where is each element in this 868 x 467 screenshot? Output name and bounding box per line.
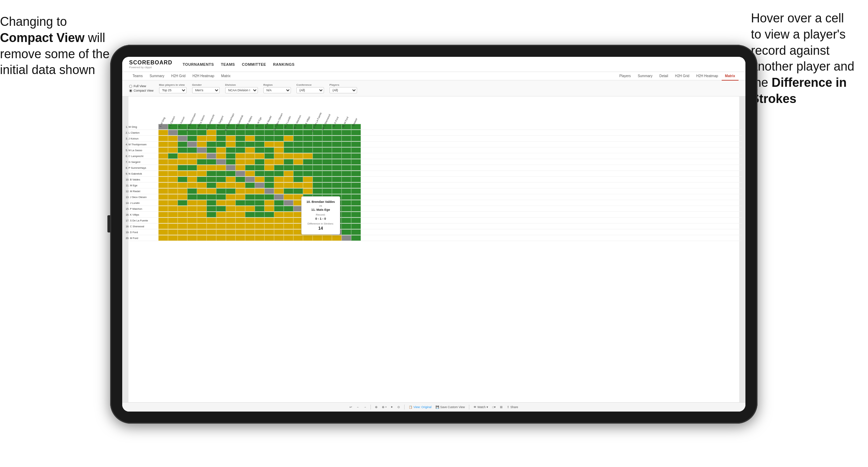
matrix-cell[interactable] xyxy=(342,212,351,217)
matrix-cell[interactable] xyxy=(303,147,313,153)
matrix-cell[interactable] xyxy=(178,229,187,235)
matrix-cell[interactable] xyxy=(274,142,284,147)
matrix-cell[interactable] xyxy=(342,159,351,165)
matrix-cell[interactable] xyxy=(207,165,216,170)
matrix-cell[interactable] xyxy=(284,188,293,194)
matrix-cell[interactable] xyxy=(255,130,264,135)
matrix-cell[interactable] xyxy=(178,159,187,165)
matrix-cell[interactable] xyxy=(293,165,303,170)
matrix-cell[interactable] xyxy=(226,224,236,229)
matrix-cell[interactable] xyxy=(303,165,313,170)
matrix-cell[interactable] xyxy=(236,183,245,188)
matrix-cell[interactable] xyxy=(351,136,361,141)
matrix-cell[interactable] xyxy=(255,153,264,159)
matrix-cell[interactable] xyxy=(255,136,264,141)
matrix-cell[interactable] xyxy=(168,183,178,188)
matrix-cell[interactable] xyxy=(178,188,187,194)
matrix-cell[interactable] xyxy=(264,153,274,159)
matrix-cell[interactable] xyxy=(226,212,236,217)
matrix-cell[interactable] xyxy=(255,183,264,188)
players-select[interactable]: (All) xyxy=(330,87,357,93)
matrix-cell[interactable] xyxy=(342,165,351,170)
matrix-cell[interactable] xyxy=(303,142,313,147)
matrix-cell[interactable] xyxy=(158,224,168,229)
matrix-cell[interactable] xyxy=(284,224,293,229)
matrix-cell[interactable] xyxy=(178,165,187,170)
matrix-cell[interactable] xyxy=(168,200,178,206)
matrix-cell[interactable] xyxy=(178,177,187,182)
conference-select[interactable]: (All) xyxy=(296,87,324,93)
matrix-cell[interactable] xyxy=(158,235,168,241)
matrix-cell[interactable] xyxy=(158,177,168,182)
matrix-cell[interactable] xyxy=(255,147,264,153)
toolbar-view-original[interactable]: 📋 View: Original xyxy=(409,405,431,409)
matrix-cell[interactable] xyxy=(332,136,342,141)
matrix-cell[interactable] xyxy=(216,224,226,229)
toolbar-star[interactable]: ✦ xyxy=(390,405,393,409)
matrix-cell[interactable] xyxy=(226,153,236,159)
matrix-cell[interactable] xyxy=(158,188,168,194)
matrix-cell[interactable] xyxy=(351,229,361,235)
matrix-cell[interactable] xyxy=(332,147,342,153)
matrix-cell[interactable] xyxy=(255,235,264,241)
radio-compact-view[interactable]: Compact View xyxy=(129,89,154,92)
matrix-cell[interactable] xyxy=(322,136,332,141)
matrix-cell[interactable] xyxy=(293,235,303,241)
tab-h2h-heatmap-sub[interactable]: H2H Heatmap xyxy=(693,72,721,81)
matrix-cell[interactable] xyxy=(303,177,313,182)
matrix-cell[interactable] xyxy=(313,183,322,188)
matrix-cell[interactable] xyxy=(264,224,274,229)
matrix-cell[interactable] xyxy=(158,171,168,176)
matrix-cell[interactable] xyxy=(264,136,274,141)
matrix-cell[interactable] xyxy=(207,218,216,223)
matrix-cell[interactable] xyxy=(168,194,178,200)
matrix-cell[interactable] xyxy=(236,194,245,200)
toolbar-monitor[interactable]: □▾ xyxy=(492,405,496,409)
matrix-cell[interactable] xyxy=(274,183,284,188)
matrix-cell[interactable] xyxy=(342,183,351,188)
matrix-cell[interactable] xyxy=(207,177,216,182)
matrix-cell[interactable] xyxy=(216,147,226,153)
matrix-cell[interactable] xyxy=(274,171,284,176)
matrix-cell[interactable] xyxy=(255,165,264,170)
matrix-cell[interactable] xyxy=(274,200,284,206)
matrix-cell[interactable] xyxy=(322,188,332,194)
matrix-cell[interactable] xyxy=(284,229,293,235)
nav-tournaments[interactable]: TOURNAMENTS xyxy=(183,62,214,67)
matrix-cell[interactable] xyxy=(197,188,207,194)
matrix-cell[interactable] xyxy=(187,212,197,217)
matrix-cell[interactable] xyxy=(168,177,178,182)
matrix-cell[interactable] xyxy=(351,153,361,159)
matrix-cell[interactable] xyxy=(255,177,264,182)
matrix-cell[interactable] xyxy=(178,212,187,217)
matrix-cell[interactable] xyxy=(226,171,236,176)
matrix-cell[interactable] xyxy=(322,142,332,147)
matrix-cell[interactable] xyxy=(351,212,361,217)
max-select[interactable]: Top 25 xyxy=(159,87,187,93)
matrix-cell[interactable] xyxy=(342,177,351,182)
matrix-cell[interactable] xyxy=(226,218,236,223)
matrix-cell[interactable] xyxy=(293,153,303,159)
matrix-cell[interactable] xyxy=(274,130,284,135)
matrix-cell[interactable] xyxy=(158,206,168,211)
tab-matrix-sub[interactable]: Matrix xyxy=(722,72,739,81)
matrix-cell[interactable] xyxy=(226,165,236,170)
matrix-cell[interactable] xyxy=(313,153,322,159)
matrix-cell[interactable] xyxy=(197,153,207,159)
tab-summary-sub[interactable]: Summary xyxy=(634,72,656,81)
matrix-cell[interactable] xyxy=(168,147,178,153)
matrix-cell[interactable] xyxy=(274,224,284,229)
toolbar-zoom-in[interactable]: ⊕ xyxy=(375,405,378,409)
matrix-cell[interactable] xyxy=(236,224,245,229)
matrix-cell[interactable] xyxy=(284,177,293,182)
matrix-cell[interactable] xyxy=(293,183,303,188)
matrix-cell[interactable] xyxy=(332,171,342,176)
matrix-cell[interactable] xyxy=(264,194,274,200)
matrix-cell[interactable] xyxy=(236,235,245,241)
toolbar-grid[interactable]: ⊞ xyxy=(500,405,503,409)
matrix-cell[interactable] xyxy=(284,136,293,141)
matrix-cell[interactable] xyxy=(187,229,197,235)
matrix-cell[interactable] xyxy=(255,142,264,147)
matrix-cell[interactable] xyxy=(293,136,303,141)
matrix-cell[interactable] xyxy=(236,142,245,147)
